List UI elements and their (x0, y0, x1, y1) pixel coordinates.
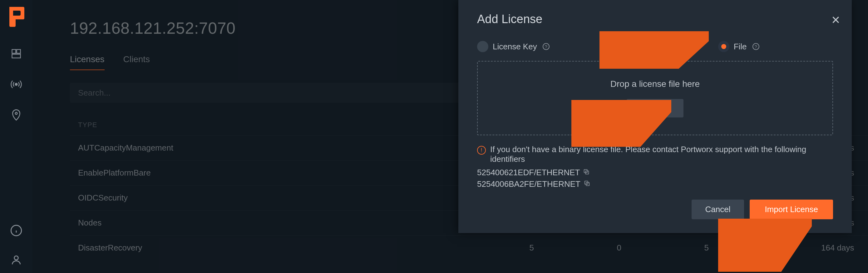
tab-clients[interactable]: Clients (123, 54, 150, 70)
svg-rect-1 (17, 50, 21, 53)
svg-rect-0 (12, 50, 16, 53)
radio-license-key[interactable]: License Key ? (477, 41, 550, 52)
app-root: 192.168.121.252:7070 Licenses Clients TY… (0, 0, 868, 273)
search-input[interactable] (70, 83, 491, 103)
add-license-modal: Add License × License Key ? File ? Drop … (458, 0, 852, 233)
logo-icon (7, 3, 25, 28)
svg-point-3 (15, 83, 18, 86)
cell-type: Nodes (78, 218, 465, 228)
identifier-value: 525400621EDF/ETHERNET (477, 168, 580, 177)
modal-backdrop: Add License × License Key ? File ? Drop … (458, 0, 868, 273)
cell-type: DisasterRecovery (78, 243, 465, 253)
copy-icon[interactable] (584, 179, 590, 189)
svg-rect-2 (12, 54, 21, 58)
radio-icon (477, 41, 488, 52)
sidebar-bottom (9, 224, 23, 267)
tab-licenses[interactable]: Licenses (70, 54, 104, 70)
col-type: TYPE (78, 121, 465, 129)
help-icon[interactable]: ? (542, 43, 550, 50)
cancel-button[interactable]: Cancel (691, 200, 744, 219)
search-wrap (70, 83, 491, 103)
cell-type: OIDCSecurity (78, 193, 465, 203)
identifier-value: 5254006BA2FE/ETHERNET (477, 179, 581, 189)
broadcast-icon[interactable] (9, 78, 23, 91)
info-text: If you don't have a binary license file.… (490, 145, 833, 164)
radio-label: File (734, 42, 747, 52)
identifier-row: 525400621EDF/ETHERNET (477, 168, 833, 177)
radio-file[interactable]: File ? (718, 41, 760, 52)
security-icon[interactable] (9, 108, 23, 122)
radio-icon (718, 41, 730, 52)
user-icon[interactable] (9, 253, 23, 267)
help-icon[interactable]: ? (752, 43, 760, 50)
nav-items (9, 47, 23, 122)
copy-icon[interactable] (583, 168, 590, 177)
radio-label: License Key (493, 42, 537, 52)
close-icon[interactable]: × (832, 12, 840, 27)
dropzone[interactable]: Drop a license file here Browse (477, 61, 833, 135)
info-icon[interactable] (9, 224, 23, 237)
modal-actions: Cancel Import License (477, 200, 833, 219)
modal-title: Add License (477, 12, 833, 26)
radio-row: License Key ? File ? (477, 41, 833, 52)
identifier-row: 5254006BA2FE/ETHERNET (477, 179, 833, 189)
drop-text: Drop a license file here (611, 79, 700, 89)
dashboard-icon[interactable] (9, 47, 23, 61)
import-license-button[interactable]: Import License (750, 200, 833, 219)
browse-button[interactable]: Browse (627, 99, 684, 117)
warning-icon: ! (477, 146, 486, 155)
info-row: ! If you don't have a binary license fil… (477, 145, 833, 164)
sidebar (0, 0, 32, 273)
cell-type: EnablePlatformBare (78, 168, 465, 178)
svg-point-4 (15, 113, 18, 115)
cell-type: AUTCapacityManagement (78, 143, 465, 153)
svg-point-8 (14, 256, 19, 260)
